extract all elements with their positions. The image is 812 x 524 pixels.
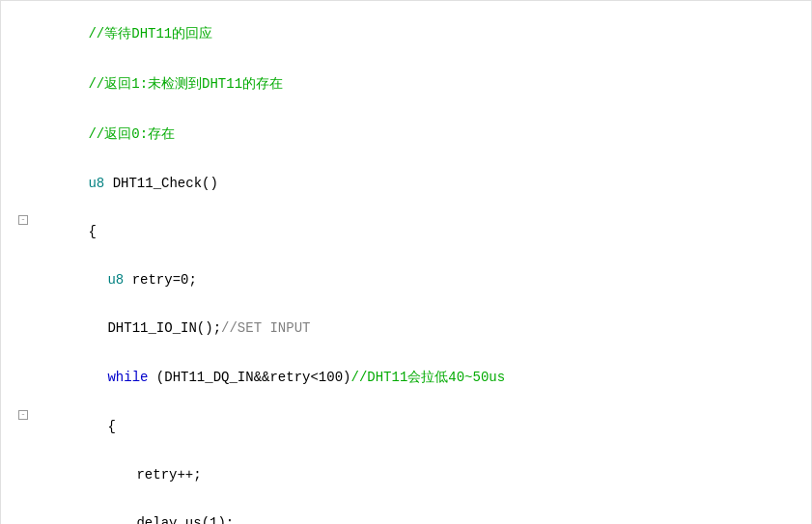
- line-content-11: delay_us(1);: [30, 500, 811, 524]
- code-line-3: //返回0:存在: [1, 109, 811, 159]
- line-content-7: DHT11_IO_IN();//SET INPUT: [30, 305, 811, 351]
- code-line-8: while (DHT11_DQ_IN&&retry<100)//DHT11会拉低…: [1, 352, 811, 402]
- line-content-4: u8 DHT11_Check(): [30, 160, 811, 207]
- brace-open-9: {: [107, 419, 115, 434]
- comment-text-2: //返回1:未检测到DHT11的存在: [88, 76, 283, 92]
- code-line-4: u8 DHT11_Check(): [1, 159, 811, 207]
- set-input-comment: //SET INPUT: [221, 320, 310, 336]
- while-cond-1: (DHT11_DQ_IN&&retry<100): [148, 370, 350, 385]
- code-line-1: //等待DHT11的回应: [1, 9, 811, 59]
- line-content-10: retry++;: [30, 452, 811, 498]
- collapse-indicator-9[interactable]: -: [18, 410, 28, 420]
- code-container: //等待DHT11的回应 //返回1:未检测到DHT11的存在 //返回0:存在…: [0, 0, 812, 524]
- while-keyword-1: while: [107, 370, 148, 385]
- code-line-11: delay_us(1);: [1, 499, 811, 524]
- io-in-call: DHT11_IO_IN();: [107, 320, 221, 336]
- line-content-9: {: [30, 403, 811, 450]
- retry-decl: retry=0;: [124, 272, 197, 288]
- comment-text-1: //等待DHT11的回应: [88, 26, 212, 41]
- retry-incr-1: retry++;: [136, 467, 201, 483]
- code-line-5: - {: [1, 207, 811, 256]
- delay-us-1: delay_us(1);: [136, 515, 234, 524]
- while-comment-1: //DHT11会拉低40~50us: [350, 370, 505, 385]
- line-content-8: while (DHT11_DQ_IN&&retry<100)//DHT11会拉低…: [30, 353, 811, 401]
- code-line-7: DHT11_IO_IN();//SET INPUT: [1, 304, 811, 352]
- type-u8-2: u8: [107, 272, 124, 288]
- line-content-5: {: [30, 208, 811, 255]
- code-line-2: //返回1:未检测到DHT11的存在: [1, 59, 811, 109]
- collapse-indicator-5[interactable]: -: [18, 215, 28, 225]
- line-content-1: //等待DHT11的回应: [30, 10, 811, 58]
- line-content-6: u8 retry=0;: [30, 257, 811, 303]
- code-line-9: - {: [1, 402, 811, 451]
- code-line-6: u8 retry=0;: [1, 256, 811, 304]
- code-line-10: retry++;: [1, 451, 811, 499]
- func-name: DHT11_Check(): [104, 176, 218, 191]
- type-u8: u8: [88, 176, 104, 191]
- comment-text-3: //返回0:存在: [88, 126, 175, 142]
- brace-open-5: {: [88, 224, 96, 239]
- line-content-3: //返回0:存在: [30, 110, 811, 158]
- line-content-2: //返回1:未检测到DHT11的存在: [30, 60, 811, 108]
